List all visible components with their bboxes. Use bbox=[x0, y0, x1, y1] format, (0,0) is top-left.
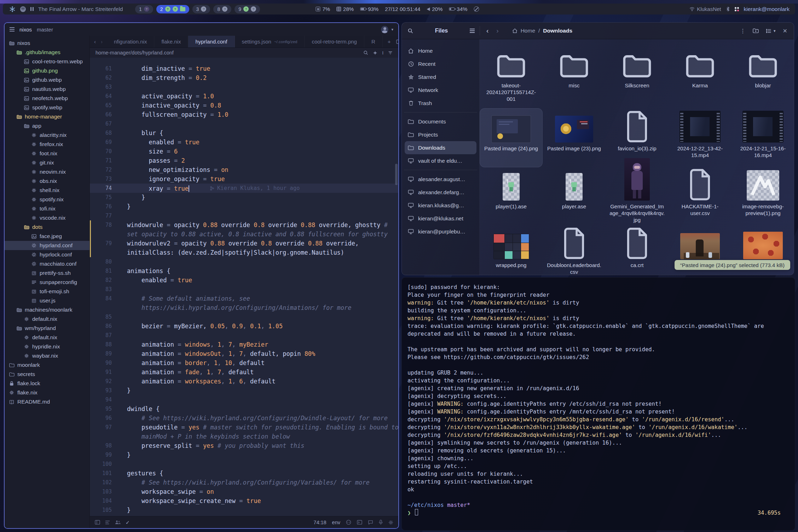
file-item-2024-12-22-13-42-15.mp4[interactable]: 2024-12-22_13-42-15.mp4 bbox=[669, 108, 732, 167]
tree-item-secrets[interactable]: secrets bbox=[5, 370, 89, 379]
workspace-1[interactable]: 1? bbox=[135, 5, 153, 13]
back-icon[interactable]: ‹ bbox=[486, 27, 488, 35]
panel-toggle-icon[interactable] bbox=[95, 520, 100, 525]
tree-item-hyprlock.conf[interactable]: hyprlock.conf bbox=[5, 250, 89, 259]
tree-item-moonlark[interactable]: moonlark bbox=[5, 360, 89, 370]
tree-item-alacritty.nix[interactable]: alacritty.nix bbox=[5, 131, 89, 140]
sidebar-item-kieran-klukas-g-[interactable]: kieran.klukas@g… bbox=[405, 199, 476, 212]
sidebar-item-projects[interactable]: Projects bbox=[405, 128, 476, 141]
tree-item-face.jpeg[interactable]: face.jpeg bbox=[5, 232, 89, 241]
tree-item-home-manager[interactable]: home-manager bbox=[5, 112, 89, 121]
file-item-player-1-.ase[interactable]: player(1).ase bbox=[480, 167, 543, 228]
tree-item-tofi-emoji.sh[interactable]: tofi-emoji.sh bbox=[5, 287, 89, 296]
tab-flake.nix[interactable]: flake.nix bbox=[154, 36, 188, 47]
tree-item-neofetch.webp[interactable]: neofetch.webp bbox=[5, 94, 89, 103]
workspace-8[interactable]: 8? bbox=[213, 5, 231, 13]
sidebar-item-alexander-defarg-[interactable]: alexander.defarg… bbox=[405, 186, 476, 199]
app-menu-icon[interactable] bbox=[470, 29, 475, 33]
close-icon[interactable]: ✕ bbox=[783, 28, 787, 34]
workspace-9[interactable]: 9?? bbox=[235, 5, 260, 13]
sidebar-item-documents[interactable]: Documents bbox=[405, 115, 476, 128]
network-module[interactable]: KlukasNet bbox=[689, 6, 721, 12]
cursor-position[interactable]: 74:18 bbox=[313, 520, 326, 525]
dnd-icon[interactable] bbox=[474, 6, 479, 12]
tree-item-vscode.nix[interactable]: vscode.nix bbox=[5, 213, 89, 222]
collab-icon[interactable] bbox=[115, 520, 121, 525]
branch-button[interactable]: master bbox=[37, 27, 53, 33]
tab-nfiguration.nix[interactable]: nfiguration.nix bbox=[107, 36, 154, 47]
editor-scrollbar[interactable] bbox=[395, 164, 398, 185]
file-item-pasted-image--24-.png[interactable]: Pasted image (24).png bbox=[480, 108, 543, 167]
breadcrumb-home[interactable]: Home bbox=[521, 28, 535, 34]
tree-item-user.js[interactable]: JSuser.js bbox=[5, 296, 89, 305]
tree-item-flake.nix[interactable]: flake.nix bbox=[5, 388, 89, 397]
tree-item-.github-images[interactable]: .github/images bbox=[5, 48, 89, 57]
mic-icon[interactable] bbox=[379, 520, 383, 525]
sidebar-item-kieran-purplebu-[interactable]: kieran@purplebu… bbox=[405, 225, 476, 238]
media-title[interactable]: The Final Arrow - Marc Streitenfeld bbox=[38, 6, 123, 12]
tab-cool-retro-term.png[interactable]: cool-retro-term.png bbox=[305, 36, 364, 47]
tree-item-prettify-ss.sh[interactable]: prettify-ss.sh bbox=[5, 268, 89, 278]
file-item-blobjar[interactable]: blobjar bbox=[732, 49, 794, 108]
tree-item-dots[interactable]: dots bbox=[5, 222, 89, 232]
tree-item-firefox.nix[interactable]: firefox.nix bbox=[5, 140, 89, 149]
forward-icon[interactable]: › bbox=[496, 27, 498, 35]
sidebar-item-alesander-august-[interactable]: alesander.august… bbox=[405, 173, 476, 186]
new-folder-icon[interactable] bbox=[753, 28, 759, 33]
file-item-doubloonleaderboard.csv[interactable]: DoubloonLeaderboard.csv bbox=[543, 228, 606, 275]
search-icon[interactable] bbox=[407, 28, 413, 34]
file-item-hackatime-1-user.csv[interactable]: HACKATIME-1-user.csv bbox=[669, 167, 732, 228]
new-tab-icon[interactable]: + bbox=[388, 39, 391, 45]
file-item-2024-12-21-15-16-16.mp4[interactable]: 2024-12-21_15-16-16.mp4 bbox=[732, 108, 794, 167]
sidebar-item-vault-of-the-eldu-[interactable]: vault of the eldu… bbox=[405, 154, 476, 167]
sidebar-item-recent[interactable]: Recent bbox=[405, 57, 476, 70]
file-item-gemini-generated-image-4rqv8k4rqv8k4rqv.jpg[interactable]: Gemini_Generated_Image_4rqv8k4rqv8k4rqv.… bbox=[606, 167, 669, 228]
tree-item-spotify.webp[interactable]: spotify.webp bbox=[5, 103, 89, 112]
tab-settings.json[interactable]: settings.json~/.config/zed bbox=[235, 36, 305, 47]
breadcrumb-path[interactable]: home-manager/dots/hyprland.conf bbox=[96, 50, 174, 56]
sidebar-item-kieran-klukas-net[interactable]: kieran@klukas.net bbox=[405, 212, 476, 225]
menu-icon[interactable] bbox=[10, 27, 15, 31]
tab-r[interactable]: R bbox=[364, 36, 383, 47]
search-icon[interactable] bbox=[363, 50, 368, 55]
chevron-down-icon[interactable]: ▾ bbox=[391, 27, 393, 32]
file-item-silkscreen[interactable]: Silkscreen bbox=[606, 49, 669, 108]
tree-item-hypridle.nix[interactable]: hypridle.nix bbox=[5, 342, 89, 351]
tree-item-obs.nix[interactable]: obs.nix bbox=[5, 177, 89, 186]
spotify-icon[interactable] bbox=[20, 6, 26, 12]
tree-item-machines-moonlark[interactable]: machines/moonlark bbox=[5, 305, 89, 314]
tree-item-shell.nix[interactable]: shell.nix bbox=[5, 186, 89, 195]
workspace-3[interactable]: 3? bbox=[192, 5, 210, 13]
tree-item-github.webp[interactable]: github.webp bbox=[5, 75, 89, 85]
terminal-window[interactable]: [sudo] password for kierank: Place your … bbox=[401, 277, 795, 531]
file-item-pasted-image--23-.png[interactable]: Pasted image (23).png bbox=[543, 108, 606, 167]
project-name-button[interactable]: nixos bbox=[19, 27, 32, 33]
copilot-icon[interactable] bbox=[346, 520, 351, 525]
tree-item-cool-retro-term.webp[interactable]: cool-retro-term.webp bbox=[5, 57, 89, 66]
env-indicator[interactable]: env bbox=[332, 520, 340, 525]
file-item-takeout-20241207t155714z-001[interactable]: takeout-20241207T155714Z-001 bbox=[480, 49, 543, 108]
file-item-karma[interactable]: Karma bbox=[669, 49, 732, 108]
tree-item-app[interactable]: app bbox=[5, 121, 89, 131]
kebab-menu-icon[interactable]: ⋮ bbox=[740, 28, 746, 34]
workspace-2[interactable]: 2?? bbox=[156, 5, 189, 13]
tree-item-foot.nix[interactable]: foot.nix bbox=[5, 149, 89, 158]
terminal-icon[interactable] bbox=[357, 520, 362, 525]
breadcrumb-current[interactable]: Downloads bbox=[543, 28, 572, 34]
tree-item-git.nix[interactable]: git.nix bbox=[5, 158, 89, 167]
tree-item-sunpaperconfig[interactable]: sunpaperconfig bbox=[5, 278, 89, 287]
file-item-image-removebg-preview-1-.png[interactable]: image-removebg-preview(1).png bbox=[732, 167, 794, 228]
file-item-misc[interactable]: misc bbox=[543, 49, 606, 108]
tree-item-flake.lock[interactable]: flake.lock bbox=[5, 379, 89, 388]
magic-icon[interactable] bbox=[373, 51, 377, 55]
pause-icon[interactable] bbox=[30, 7, 34, 11]
sidebar-item-trash[interactable]: Trash bbox=[405, 97, 476, 110]
avatar[interactable] bbox=[381, 26, 388, 33]
view-switcher[interactable]: ▾ bbox=[766, 29, 776, 33]
split-pane-icon[interactable] bbox=[396, 39, 399, 44]
tree-item-spotify.nix[interactable]: spotify.nix bbox=[5, 195, 89, 204]
cursor-icon[interactable]: I bbox=[382, 50, 383, 56]
tree-item-default.nix[interactable]: default.nix bbox=[5, 314, 89, 324]
tree-item-github.png[interactable]: github.png bbox=[5, 66, 89, 75]
file-item-wrapped.png[interactable]: wrapped.png bbox=[480, 228, 543, 275]
